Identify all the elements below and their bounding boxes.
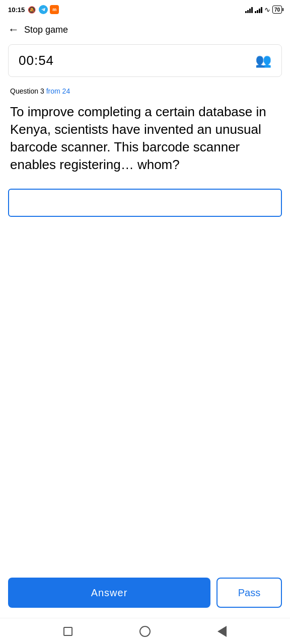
question-number: Question 3 [10, 87, 44, 95]
telegram-icon [39, 5, 48, 14]
mute-icon: 🔕 [28, 6, 36, 14]
back-button[interactable]: ← [8, 23, 19, 36]
signal-bars-2 [255, 6, 262, 13]
android-nav-bar [0, 618, 290, 644]
answer-button[interactable]: Answer [8, 578, 210, 608]
status-left: 10:15 🔕 m [8, 5, 59, 14]
status-bar: 10:15 🔕 m ∿ 70 [0, 0, 290, 18]
question-from: from 24 [46, 87, 70, 95]
mi-icon: m [50, 5, 59, 14]
answer-input-wrapper [8, 189, 282, 217]
status-right: ∿ 70 [245, 6, 282, 14]
pass-button[interactable]: Pass [216, 578, 282, 608]
question-meta: Question 3 from 24 [10, 87, 280, 95]
wifi-icon: ∿ [264, 6, 270, 14]
home-button[interactable] [139, 626, 151, 637]
question-text: To improve completing a certain database… [10, 103, 280, 174]
answer-input[interactable] [8, 189, 282, 217]
time-display: 10:15 [8, 6, 25, 14]
stop-game-label: Stop game [24, 25, 68, 35]
recent-apps-button[interactable] [63, 627, 72, 636]
back-nav-button[interactable] [218, 626, 227, 637]
top-nav: ← Stop game [0, 18, 290, 42]
signal-bars-1 [245, 6, 253, 13]
people-icon: 👥 [255, 53, 271, 68]
notification-icons: m [39, 5, 59, 14]
timer-card: 00:54 👥 [8, 44, 282, 77]
bottom-buttons: Answer Pass [0, 570, 290, 618]
timer-display: 00:54 [19, 53, 54, 68]
battery-icon: 70 [272, 6, 282, 14]
